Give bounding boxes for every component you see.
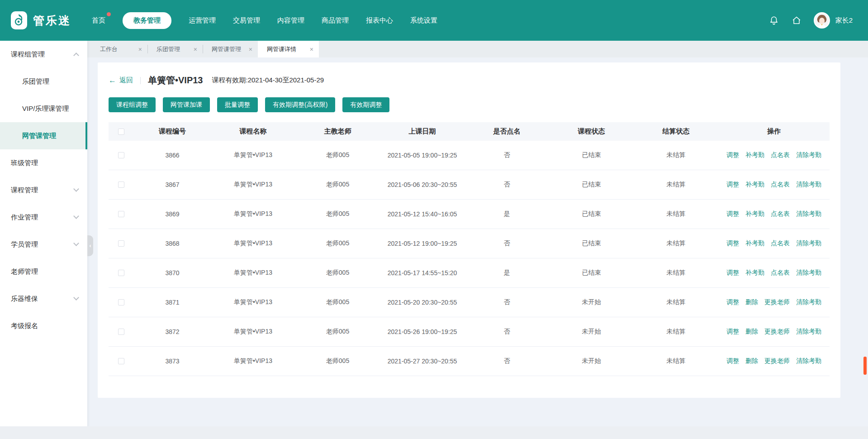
row-checkbox[interactable] [118, 152, 124, 158]
action-link[interactable]: 清除考勤 [796, 298, 821, 306]
action-link[interactable]: 调整 [726, 181, 739, 189]
action-link[interactable]: 调整 [726, 151, 739, 159]
row-checkbox-cell [109, 211, 134, 217]
sidebar-item[interactable]: 网管课管理 [0, 122, 87, 149]
header-divider [140, 77, 141, 84]
action-link[interactable]: 清除考勤 [796, 239, 821, 248]
sidebar-item[interactable]: VIP/乐理课管理 [0, 95, 87, 122]
cell-status: 已结束 [549, 210, 634, 218]
action-link[interactable]: 点名表 [771, 239, 790, 248]
sidebar-item[interactable]: 老师管理 [0, 258, 87, 285]
nav-item[interactable]: 商品管理 [322, 12, 349, 29]
sidebar-item[interactable]: 乐团管理 [0, 68, 87, 95]
row-checkbox[interactable] [118, 240, 124, 247]
action-link[interactable]: 补考勤 [745, 269, 764, 277]
action-button[interactable]: 有效期调整 [342, 97, 389, 112]
select-all-checkbox[interactable] [118, 129, 124, 135]
cell-settlement: 未结算 [634, 269, 718, 277]
close-icon[interactable]: × [310, 46, 313, 53]
action-link[interactable]: 点名表 [771, 181, 790, 189]
cell-name: 单簧管•VIP13 [211, 239, 295, 248]
cell-teacher: 老师005 [295, 210, 380, 218]
bell-icon[interactable] [768, 15, 779, 26]
nav-item[interactable]: 内容管理 [277, 12, 304, 29]
tab-bar: 工作台×乐团管理×网管课管理×网管课详情× [87, 41, 868, 57]
row-checkbox[interactable] [118, 270, 124, 276]
tab[interactable]: 网管课管理× [203, 41, 258, 57]
cell-id: 3867 [134, 181, 211, 188]
action-button[interactable]: 批量调整 [217, 97, 258, 112]
nav-item[interactable]: 系统设置 [410, 12, 437, 29]
back-button[interactable]: ← 返回 [109, 76, 133, 85]
action-button[interactable]: 网管课加课 [163, 97, 210, 112]
action-link[interactable]: 删除 [745, 357, 758, 365]
action-link[interactable]: 删除 [745, 328, 758, 336]
action-link[interactable]: 点名表 [771, 151, 790, 159]
close-icon[interactable]: × [138, 46, 142, 53]
nav-item[interactable]: 报表中心 [366, 12, 393, 29]
row-checkbox-cell [109, 240, 134, 247]
cell-status: 已结束 [549, 269, 634, 277]
action-link[interactable]: 清除考勤 [796, 328, 821, 336]
action-link[interactable]: 清除考勤 [796, 269, 821, 277]
sidebar-item[interactable]: 乐器维保 [0, 285, 87, 312]
action-link[interactable]: 清除考勤 [796, 181, 821, 189]
user-avatar[interactable] [814, 12, 830, 29]
tab[interactable]: 网管课详情× [258, 41, 319, 57]
action-link[interactable]: 删除 [745, 298, 758, 306]
action-button[interactable]: 有效期调整(高权限) [265, 97, 335, 112]
row-checkbox[interactable] [118, 299, 124, 305]
action-link[interactable]: 调整 [726, 239, 739, 248]
action-link[interactable]: 调整 [726, 357, 739, 365]
action-link[interactable]: 调整 [726, 210, 739, 218]
action-link[interactable]: 补考勤 [745, 239, 764, 248]
sidebar-item[interactable]: 课程管理 [0, 177, 87, 204]
cell-date: 2021-05-06 20:30~20:55 [380, 181, 465, 188]
row-checkbox[interactable] [118, 329, 124, 335]
action-link[interactable]: 点名表 [771, 210, 790, 218]
table-row: 3868单簧管•VIP13老师0052021-05-12 19:00~19:25… [109, 229, 830, 258]
tab[interactable]: 乐团管理× [147, 41, 203, 57]
action-link[interactable]: 补考勤 [745, 181, 764, 189]
action-link[interactable]: 调整 [726, 269, 739, 277]
nav-item[interactable]: 运营管理 [189, 12, 216, 29]
sidebar-item[interactable]: 课程组管理 [0, 41, 87, 68]
cell-id: 3869 [134, 210, 211, 218]
action-button[interactable]: 课程组调整 [109, 97, 156, 112]
action-link[interactable]: 调整 [726, 298, 739, 306]
close-icon[interactable]: × [194, 46, 197, 53]
action-link[interactable]: 调整 [726, 328, 739, 336]
action-link[interactable]: 补考勤 [745, 151, 764, 159]
row-checkbox[interactable] [118, 211, 124, 217]
action-link[interactable]: 更换老师 [764, 298, 790, 306]
action-link[interactable]: 更换老师 [764, 328, 790, 336]
close-icon[interactable]: × [249, 46, 252, 53]
sidebar-collapse-handle[interactable]: ‹ [87, 235, 93, 256]
horizontal-scrollbar[interactable] [0, 426, 868, 439]
sidebar-item[interactable]: 学员管理 [0, 231, 87, 258]
cell-name: 单簧管•VIP13 [211, 210, 295, 218]
user-name[interactable]: 家长2 [835, 16, 853, 25]
row-checkbox[interactable] [118, 358, 124, 364]
nav-item[interactable]: 交易管理 [233, 12, 260, 29]
row-checkbox[interactable] [118, 181, 124, 188]
action-link[interactable]: 清除考勤 [796, 210, 821, 218]
nav-item[interactable]: 教务管理 [123, 12, 171, 29]
nav-item[interactable]: 首页 [92, 12, 105, 29]
action-link[interactable]: 清除考勤 [796, 357, 821, 365]
row-actions: 调整删除更换老师清除考勤 [718, 328, 830, 336]
sidebar-item[interactable]: 班级管理 [0, 149, 87, 177]
home-icon[interactable] [791, 15, 802, 26]
sidebar-item[interactable]: 作业管理 [0, 204, 87, 231]
action-link[interactable]: 补考勤 [745, 210, 764, 218]
cell-id: 3866 [134, 152, 211, 159]
action-link[interactable]: 点名表 [771, 269, 790, 277]
vertical-scrollbar-thumb[interactable] [863, 357, 867, 375]
action-link[interactable]: 清除考勤 [796, 151, 821, 159]
tab[interactable]: 工作台× [87, 41, 147, 57]
sidebar-item[interactable]: 考级报名 [0, 312, 87, 339]
sidebar-menu: 课程组管理乐团管理VIP/乐理课管理网管课管理班级管理课程管理作业管理学员管理老… [0, 41, 87, 339]
sidebar-item-label: VIP/乐理课管理 [22, 105, 69, 113]
action-link[interactable]: 更换老师 [764, 357, 790, 365]
cell-rollcall: 否 [465, 239, 549, 248]
